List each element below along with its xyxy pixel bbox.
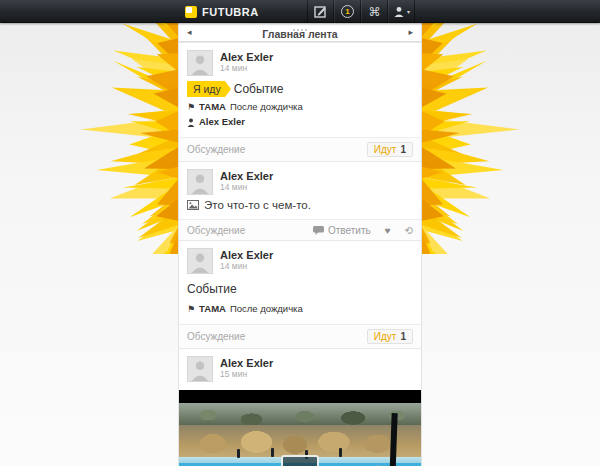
post-title[interactable]: Событие (187, 282, 237, 296)
event-author-row: Alex Exler (187, 116, 413, 128)
post-time: 14 мин (220, 182, 273, 193)
post-header: Alex Exler 14 мин (187, 50, 413, 76)
flag-icon: ⚑ (187, 304, 195, 314)
post-author[interactable]: Alex Exler (220, 170, 273, 182)
discussion-link[interactable]: Обсуждение (187, 225, 245, 236)
post-text[interactable]: Это что-то с чем-то. (204, 199, 311, 211)
notifications-button[interactable]: 1 (334, 0, 361, 23)
photo-icon (187, 200, 199, 210)
event-place-label: ТАМА (199, 101, 226, 113)
heart-icon: ♥ (385, 225, 391, 236)
post-author[interactable]: Alex Exler (220, 249, 273, 261)
post-video: Alex Exler 15 мин (179, 348, 421, 466)
video-letterbox (179, 390, 421, 403)
going-count: 1 (400, 331, 406, 342)
brand-logo[interactable]: FUTUBRA (185, 0, 259, 23)
post-time: 14 мин (220, 63, 273, 74)
topbar-actions: 1 ⌘ ▾ (307, 0, 415, 23)
spike-decoration-left (43, 22, 178, 254)
command-icon: ⌘ (369, 6, 381, 18)
post-text: Alex Exler 14 мин Это что-то с чем-то. О… (179, 161, 421, 240)
flag-icon: ⚑ (187, 102, 195, 112)
chevron-down-icon: ▾ (407, 8, 410, 15)
event-place-label: ТАМА (199, 303, 226, 315)
page: FUTUBRA 1 ⌘ ▾ (0, 0, 600, 466)
post-time: 14 мин (220, 261, 273, 272)
avatar[interactable] (187, 50, 213, 76)
going-counter[interactable]: Идут 1 (367, 142, 413, 157)
post-actions: Ответить ♥ ⟲ (313, 225, 413, 236)
feed-column: ◂ Главная лента ▸ Alex Exler 14 мин (178, 23, 422, 466)
event-place-row: ⚑ ТАМА После дождичка (187, 303, 413, 315)
feed-next-arrow[interactable]: ▸ (408, 27, 413, 38)
post-header: Alex Exler 14 мин (187, 248, 413, 274)
republish-icon: ⟲ (405, 225, 413, 236)
post-footer: Обсуждение Идут 1 (179, 324, 421, 348)
reply-label: Ответить (328, 225, 371, 236)
feed-title: Главная лента (179, 28, 421, 40)
avatar[interactable] (187, 248, 213, 274)
going-label: Идут (374, 144, 397, 155)
avatar[interactable] (187, 356, 213, 382)
event-place[interactable]: После дождичка (230, 101, 303, 113)
post-header: Alex Exler 15 мин (187, 356, 413, 382)
video-thumbnail[interactable] (179, 390, 421, 466)
avatar[interactable] (187, 169, 213, 195)
going-badge: Я иду (187, 81, 225, 97)
post-author[interactable]: Alex Exler (220, 51, 273, 63)
post-header: Alex Exler 14 мин (187, 169, 413, 195)
compose-icon (314, 5, 327, 18)
feed-header: ◂ Главная лента ▸ (179, 23, 421, 42)
event-author[interactable]: Alex Exler (199, 116, 245, 128)
post-author[interactable]: Alex Exler (220, 357, 273, 369)
post-event: Alex Exler 14 мин Событие ⚑ ТАМА После д… (179, 240, 421, 348)
going-count: 1 (400, 144, 406, 155)
discussion-link[interactable]: Обсуждение (187, 331, 245, 342)
event-place-row: ⚑ ТАМА После дождичка (187, 101, 413, 113)
play-button[interactable] (281, 455, 319, 466)
post-event-going: Alex Exler 14 мин Я иду Событие ⚑ ТАМА П… (179, 42, 421, 161)
event-place[interactable]: После дождичка (230, 303, 303, 315)
post-footer: Обсуждение Ответить ♥ ⟲ (179, 219, 421, 240)
topbar: FUTUBRA 1 ⌘ ▾ (0, 0, 600, 23)
reply-button[interactable]: Ответить (313, 225, 371, 236)
compose-button[interactable] (307, 0, 334, 23)
post-title[interactable]: Событие (234, 82, 284, 96)
going-label: Идут (374, 331, 397, 342)
person-icon (187, 118, 195, 127)
post-time: 15 мин (220, 369, 273, 380)
notification-count-icon: 1 (341, 5, 354, 18)
discussion-link[interactable]: Обсуждение (187, 144, 245, 155)
reply-bubble-icon (313, 226, 324, 235)
user-menu-button[interactable]: ▾ (388, 0, 415, 23)
post-footer: Обсуждение Идут 1 (179, 137, 421, 161)
republish-button[interactable]: ⟲ (405, 225, 413, 236)
spike-decoration-right (422, 22, 557, 254)
like-button[interactable]: ♥ (385, 225, 391, 236)
going-counter[interactable]: Идут 1 (367, 329, 413, 344)
futubra-logo-icon (185, 6, 197, 18)
brand-name: FUTUBRA (202, 6, 259, 18)
notification-count: 1 (345, 8, 349, 16)
shortcuts-button[interactable]: ⌘ (361, 0, 388, 23)
user-icon (393, 6, 405, 18)
